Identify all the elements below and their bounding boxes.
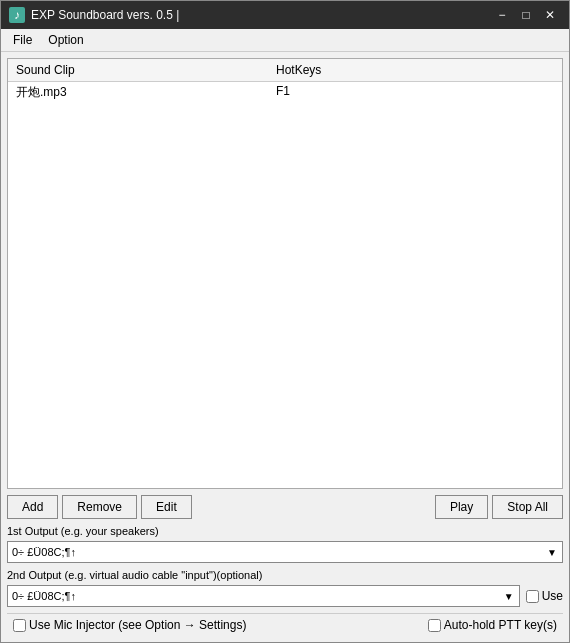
stop-all-button[interactable]: Stop All — [492, 495, 563, 519]
table-row[interactable]: 开炮.mp3 F1 — [8, 82, 562, 103]
minimize-button[interactable]: − — [491, 6, 513, 24]
cell-sound-clip: 开炮.mp3 — [16, 83, 276, 102]
play-button[interactable]: Play — [435, 495, 488, 519]
menu-bar: File Option — [1, 29, 569, 52]
output1-row: 0÷ £Ü08C;¶↑ ▼ — [7, 541, 563, 563]
output2-dropdown-wrapper: 0÷ £Ü08C;¶↑ ▼ — [7, 585, 520, 607]
window-title: EXP Soundboard vers. 0.5 | — [31, 8, 179, 22]
use-checkbox[interactable] — [526, 590, 539, 603]
title-bar: ♪ EXP Soundboard vers. 0.5 | − □ ✕ — [1, 1, 569, 29]
main-window: ♪ EXP Soundboard vers. 0.5 | − □ ✕ File … — [0, 0, 570, 643]
app-icon: ♪ — [9, 7, 25, 23]
output2-select[interactable]: 0÷ £Ü08C;¶↑ — [7, 585, 520, 607]
add-button[interactable]: Add — [7, 495, 58, 519]
auto-hold-label[interactable]: Auto-hold PTT key(s) — [428, 618, 557, 632]
list-body[interactable]: 开炮.mp3 F1 — [8, 82, 562, 488]
edit-button[interactable]: Edit — [141, 495, 192, 519]
app-icon-symbol: ♪ — [14, 8, 20, 22]
list-header: Sound Clip HotKeys — [8, 59, 562, 82]
bottom-bar: Use Mic Injector (see Option → Settings)… — [7, 613, 563, 636]
output1-select[interactable]: 0÷ £Ü08C;¶↑ — [7, 541, 563, 563]
menu-option[interactable]: Option — [40, 31, 91, 49]
output1-dropdown-wrapper: 0÷ £Ü08C;¶↑ ▼ — [7, 541, 563, 563]
output1-section: 1st Output (e.g. your speakers) 0÷ £Ü08C… — [7, 525, 563, 563]
bottom-bar-left: Use Mic Injector (see Option → Settings) — [13, 618, 246, 632]
mic-injector-label[interactable]: Use Mic Injector (see Option → Settings) — [13, 618, 246, 632]
bottom-bar-right: Auto-hold PTT key(s) — [428, 618, 557, 632]
column-header-sound-clip: Sound Clip — [12, 61, 272, 79]
title-bar-left: ♪ EXP Soundboard vers. 0.5 | — [9, 7, 179, 23]
menu-file[interactable]: File — [5, 31, 40, 49]
maximize-button[interactable]: □ — [515, 6, 537, 24]
mic-injector-checkbox[interactable] — [13, 619, 26, 632]
cell-hotkeys: F1 — [276, 83, 554, 102]
output2-row: 0÷ £Ü08C;¶↑ ▼ Use — [7, 585, 563, 607]
auto-hold-checkbox[interactable] — [428, 619, 441, 632]
use-checkbox-text: Use — [542, 589, 563, 603]
column-header-hotkeys: HotKeys — [272, 61, 558, 79]
main-content: Sound Clip HotKeys 开炮.mp3 F1 Add Remove … — [1, 52, 569, 642]
mic-injector-text: Use Mic Injector (see Option → Settings) — [29, 618, 246, 632]
output2-section: 2nd Output (e.g. virtual audio cable "in… — [7, 569, 563, 607]
output2-label: 2nd Output (e.g. virtual audio cable "in… — [7, 569, 563, 581]
output1-label: 1st Output (e.g. your speakers) — [7, 525, 563, 537]
button-row: Add Remove Edit Play Stop All — [7, 495, 563, 519]
title-bar-controls: − □ ✕ — [491, 6, 561, 24]
remove-button[interactable]: Remove — [62, 495, 137, 519]
sound-list-container[interactable]: Sound Clip HotKeys 开炮.mp3 F1 — [7, 58, 563, 489]
use-checkbox-label[interactable]: Use — [526, 589, 563, 603]
close-button[interactable]: ✕ — [539, 6, 561, 24]
auto-hold-text: Auto-hold PTT key(s) — [444, 618, 557, 632]
